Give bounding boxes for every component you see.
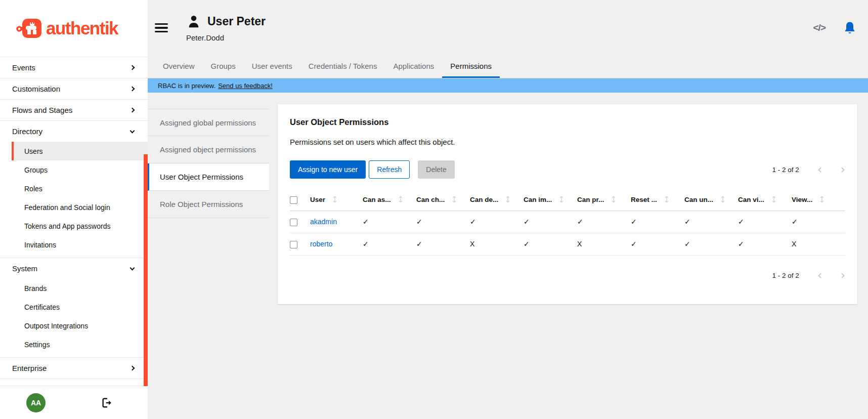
column-header-can-impersonate[interactable]: Can im... <box>524 191 577 211</box>
chevron-down-icon <box>130 265 135 270</box>
page-subtitle: Peter.Dodd <box>186 33 266 42</box>
column-header-can-unassign[interactable]: Can un... <box>684 191 738 211</box>
tab-user-events[interactable]: User events <box>244 56 300 78</box>
sidebar-item-outpost-integrations[interactable]: Outpost Integrations <box>12 316 148 335</box>
authentik-logo-icon <box>16 16 44 40</box>
sidebar-item-label: Directory <box>12 127 42 136</box>
tab-overview[interactable]: Overview <box>155 56 203 78</box>
api-code-icon[interactable]: </> <box>813 22 826 33</box>
perm-mark: ✓ <box>738 233 792 255</box>
tab-credentials-tokens[interactable]: Credentials / Tokens <box>300 56 385 78</box>
table-row: roberto ✓ ✓ X ✓ X ✓ ✓ ✓ X <box>290 233 845 255</box>
subnav-assigned-object-permissions[interactable]: Assigned object permissions <box>148 136 269 163</box>
user-object-permissions-card: User Object Permissions Permissions set … <box>278 104 857 304</box>
menu-toggle-icon[interactable] <box>155 23 168 33</box>
tab-permissions[interactable]: Permissions <box>442 56 500 78</box>
banner-text: RBAC is in preview. <box>158 82 215 90</box>
chevron-down-icon <box>130 128 135 133</box>
subnav-user-object-permissions[interactable]: User Object Permissions <box>148 163 269 191</box>
sort-icon <box>559 196 563 203</box>
row-checkbox[interactable] <box>290 241 297 248</box>
column-header-can-view[interactable]: Can vi... <box>738 191 792 211</box>
tab-groups[interactable]: Groups <box>203 56 244 78</box>
column-header-can-preview[interactable]: Can pr... <box>577 191 631 211</box>
sidebar-item-flows-and-stages[interactable]: Flows and Stages <box>0 100 148 120</box>
tab-bar: Overview Groups User events Credentials … <box>148 56 868 78</box>
assign-to-new-user-button[interactable]: Assign to new user <box>290 160 366 179</box>
perm-mark: ✓ <box>363 233 416 255</box>
sidebar-item-label: Flows and Stages <box>12 106 72 114</box>
user-link-akadmin[interactable]: akadmin <box>310 218 337 226</box>
sidebar-item-label: Enterprise <box>12 364 47 372</box>
page-title: User Peter <box>207 15 266 28</box>
sidebar-item-events[interactable]: Events <box>0 57 148 78</box>
sidebar-scrollbar-thumb[interactable] <box>144 154 148 386</box>
logo: authentik <box>0 0 148 57</box>
sidebar-item-directory[interactable]: Directory <box>0 121 148 142</box>
next-page-icon[interactable]: › <box>840 272 845 279</box>
sort-icon <box>665 196 669 203</box>
sidebar-item-invitations[interactable]: Invitations <box>12 235 148 254</box>
perm-mark: ✓ <box>577 211 631 233</box>
subnav-assigned-global-permissions[interactable]: Assigned global permissions <box>148 109 269 136</box>
chevron-right-icon <box>130 87 135 92</box>
sidebar-item-brands[interactable]: Brands <box>12 279 148 298</box>
row-checkbox[interactable] <box>290 219 297 226</box>
pagination-top: 1 - 2 of 2 ‹ › <box>772 166 845 174</box>
app-root: authentik Events Customisation Flows and… <box>0 0 868 419</box>
column-header-can-change[interactable]: Can ch... <box>416 191 470 211</box>
sort-icon <box>772 196 776 203</box>
feedback-link[interactable]: Send us feedback! <box>218 82 273 90</box>
sidebar-item-users[interactable]: Users <box>12 142 148 160</box>
toolbar: Assign to new user Refresh Delete 1 - 2 … <box>290 160 845 179</box>
select-all-checkbox[interactable] <box>290 196 297 204</box>
sidebar-item-system[interactable]: System <box>0 258 148 279</box>
brand-name: authentik <box>46 18 118 38</box>
user-link-roberto[interactable]: roberto <box>310 240 332 248</box>
chevron-right-icon <box>130 65 135 70</box>
sidebar-item-certificates[interactable]: Certificates <box>12 298 148 316</box>
subnav-role-object-permissions[interactable]: Role Object Permissions <box>148 191 269 218</box>
column-header-can-assign[interactable]: Can as... <box>363 191 416 211</box>
pagination-label: 1 - 2 of 2 <box>772 272 799 279</box>
permissions-table: User Can as... Can ch... Can de... Can i… <box>290 191 845 256</box>
refresh-button[interactable]: Refresh <box>369 160 410 179</box>
perm-mark: ✓ <box>363 211 416 233</box>
column-header-user[interactable]: User <box>310 191 363 211</box>
column-header-can-delete[interactable]: Can de... <box>470 191 524 211</box>
sidebar-user-row: AA <box>0 386 148 419</box>
sidebar-item-tokens[interactable]: Tokens and App passwords <box>12 217 148 235</box>
delete-button[interactable]: Delete <box>418 160 454 179</box>
perm-mark: ✓ <box>631 211 684 233</box>
column-header-reset[interactable]: Reset ... <box>631 191 684 211</box>
perm-mark: X <box>792 233 845 255</box>
user-icon <box>186 14 201 29</box>
sidebar-item-federation[interactable]: Federation and Social login <box>12 198 148 217</box>
sidebar-item-groups[interactable]: Groups <box>12 160 148 179</box>
table-row: akadmin ✓ ✓ ✓ ✓ ✓ ✓ ✓ ✓ ✓ <box>290 211 845 233</box>
next-page-icon[interactable]: › <box>840 166 845 173</box>
content-area: Assigned global permissions Assigned obj… <box>148 93 868 419</box>
sidebar-item-settings[interactable]: Settings <box>12 335 148 354</box>
perm-mark: ✓ <box>792 211 845 233</box>
avatar[interactable]: AA <box>26 393 46 412</box>
main-area: User Peter Peter.Dodd </> Overview Group… <box>148 0 868 419</box>
sidebar-item-enterprise[interactable]: Enterprise <box>0 358 148 379</box>
chevron-right-icon <box>130 108 135 113</box>
perm-mark: ✓ <box>416 233 470 255</box>
sidebar-item-roles[interactable]: Roles <box>12 179 148 198</box>
sort-icon <box>612 196 616 203</box>
column-header-view[interactable]: View... <box>792 191 845 211</box>
notifications-bell-icon[interactable] <box>844 21 856 34</box>
perm-mark: ✓ <box>738 211 792 233</box>
prev-page-icon[interactable]: ‹ <box>817 272 822 279</box>
pagination-label: 1 - 2 of 2 <box>772 166 799 174</box>
perm-mark: ✓ <box>524 233 577 255</box>
sidebar-item-label: Events <box>12 63 35 72</box>
perm-mark: ✓ <box>631 233 684 255</box>
tab-applications[interactable]: Applications <box>385 56 442 78</box>
sort-icon <box>452 196 456 203</box>
sign-out-icon[interactable] <box>101 397 112 408</box>
sidebar-item-customisation[interactable]: Customisation <box>0 78 148 99</box>
prev-page-icon[interactable]: ‹ <box>817 166 822 173</box>
